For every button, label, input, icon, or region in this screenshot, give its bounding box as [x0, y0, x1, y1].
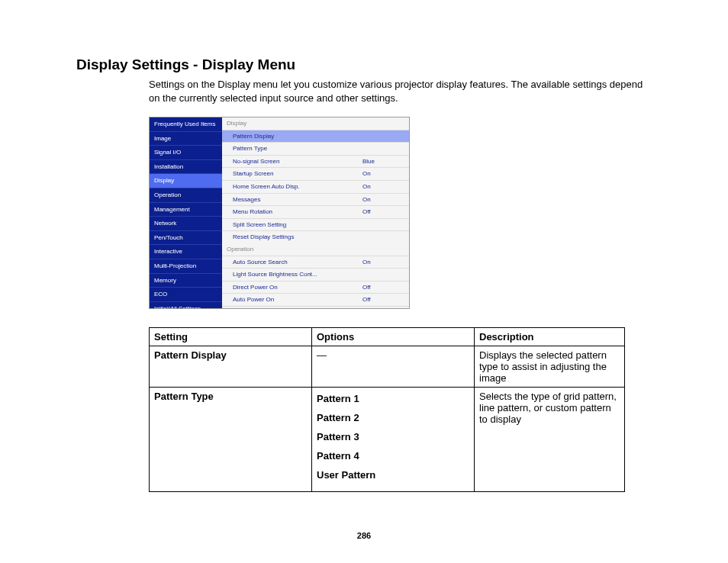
table-row: Pattern TypePattern 1Pattern 2Pattern 3P…: [150, 388, 625, 492]
panel-row-label: Menu Rotation: [233, 208, 362, 216]
panel-row-label: Pattern Type: [233, 145, 362, 153]
option-value: Pattern 1: [317, 393, 469, 404]
panel-row-value: Blue: [362, 158, 404, 166]
panel-row-label: Auto Source Search: [233, 259, 362, 266]
panel-row-value: Off: [362, 284, 404, 291]
menu-sidebar: Frequently Used ItemsImageSignal I/OInst…: [150, 117, 222, 308]
panel-row-label: Startup Screen: [233, 170, 362, 178]
sidebar-item[interactable]: Installation: [150, 160, 222, 175]
sidebar-item[interactable]: Operation: [150, 188, 222, 203]
panel-section-header: Display: [222, 117, 409, 130]
panel-row[interactable]: Pattern Type: [222, 142, 409, 155]
intro-text: Settings on the Display menu let you cus…: [149, 78, 652, 105]
cell-options: Pattern 1Pattern 2Pattern 3Pattern 4User…: [312, 388, 475, 492]
panel-row-value: Off: [362, 296, 404, 304]
sidebar-item[interactable]: ECO: [150, 288, 222, 302]
panel-row-value: Off: [362, 208, 404, 216]
panel-section-header: Operation: [222, 243, 409, 256]
settings-table: Setting Options Description Pattern Disp…: [149, 327, 625, 492]
panel-row[interactable]: Auto Power OnOff: [222, 293, 409, 306]
cell-options: —: [312, 346, 475, 388]
table-header-options: Options: [312, 328, 475, 346]
sidebar-item[interactable]: Network: [150, 217, 222, 231]
panel-row[interactable]: Light Source Brightness Cont...: [222, 268, 409, 281]
panel-row-value: On: [362, 183, 404, 191]
sidebar-item[interactable]: Initial/All Settings: [150, 302, 222, 309]
panel-row[interactable]: Reset Display Settings: [222, 230, 409, 243]
panel-row[interactable]: Pattern Display: [222, 130, 409, 143]
panel-row-label: Split Screen Setting: [233, 221, 362, 229]
panel-row-label: Messages: [233, 196, 362, 204]
page-title: Display Settings - Display Menu: [76, 56, 652, 73]
panel-row-label: Home Screen Auto Disp.: [233, 183, 362, 191]
cell-description: Selects the type of grid pattern, line p…: [475, 388, 625, 492]
sidebar-item[interactable]: Image: [150, 132, 222, 146]
panel-row[interactable]: MessagesOn: [222, 193, 409, 206]
panel-row[interactable]: Split Screen Setting: [222, 218, 409, 231]
panel-row[interactable]: Sleep ModeOn︿: [222, 306, 409, 309]
cell-setting: Pattern Display: [150, 346, 312, 388]
page-number: 286: [0, 531, 728, 540]
sidebar-item[interactable]: Memory: [150, 274, 222, 288]
panel-row[interactable]: Direct Power OnOff: [222, 281, 409, 294]
panel-row-label: No-signal Screen: [233, 158, 362, 166]
panel-row[interactable]: No-signal ScreenBlue: [222, 155, 409, 168]
sidebar-item[interactable]: Frequently Used Items: [150, 117, 222, 132]
sidebar-item[interactable]: Pen/Touch: [150, 231, 222, 246]
panel-row[interactable]: Menu RotationOff: [222, 205, 409, 218]
menu-panel: DisplayPattern DisplayPattern TypeNo-sig…: [222, 117, 409, 308]
table-header-setting: Setting: [150, 328, 312, 346]
sidebar-item[interactable]: Display: [150, 174, 222, 188]
panel-row-value: On: [362, 259, 404, 266]
panel-row-label: Reset Display Settings: [233, 233, 362, 241]
panel-row-label: Pattern Display: [233, 133, 362, 140]
panel-row-label: Direct Power On: [233, 284, 362, 291]
table-header-description: Description: [475, 328, 625, 346]
panel-row-label: Light Source Brightness Cont...: [233, 271, 362, 278]
option-value: Pattern 3: [317, 431, 469, 442]
projector-menu-figure: Frequently Used ItemsImageSignal I/OInst…: [149, 117, 410, 309]
panel-row[interactable]: Home Screen Auto Disp.On: [222, 180, 409, 193]
panel-row[interactable]: Auto Source SearchOn: [222, 256, 409, 269]
sidebar-item[interactable]: Interactive: [150, 245, 222, 259]
option-value: Pattern 2: [317, 412, 469, 423]
cell-description: Displays the selected pattern type to as…: [475, 346, 625, 388]
panel-row[interactable]: Startup ScreenOn: [222, 167, 409, 180]
sidebar-item[interactable]: Management: [150, 203, 222, 217]
option-value: Pattern 4: [317, 450, 469, 462]
sidebar-item[interactable]: Signal I/O: [150, 146, 222, 160]
panel-row-value: On: [362, 170, 404, 178]
panel-row-value: On: [362, 196, 404, 204]
table-row: Pattern Display—Displays the selected pa…: [150, 346, 625, 388]
panel-row-label: Auto Power On: [233, 296, 362, 304]
cell-setting: Pattern Type: [150, 388, 312, 492]
option-value: User Pattern: [317, 469, 469, 481]
sidebar-item[interactable]: Multi-Projection: [150, 259, 222, 274]
